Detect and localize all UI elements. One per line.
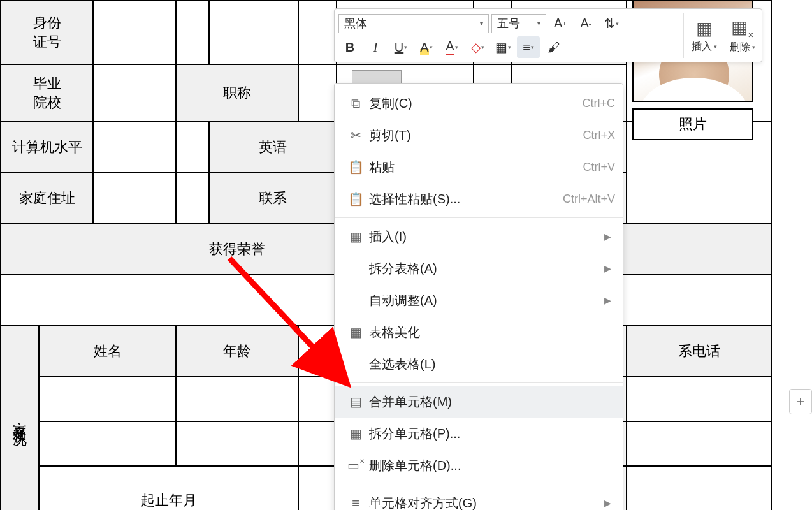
copy-icon: ⧉ [342,96,369,111]
submenu-arrow-icon: ▶ [604,231,615,242]
title-label: 职称 [176,64,298,122]
insert-table-icon: ▦ [696,18,713,39]
delete-group[interactable]: ▦✕ 删除▾ [723,9,762,62]
menu-select-all[interactable]: 全选表格(L) [335,348,623,380]
menu-copy[interactable]: ⧉ 复制(C) Ctrl+C [335,87,623,119]
name-col-label: 姓名 [39,326,176,377]
context-menu: ⧉ 复制(C) Ctrl+C ✂ 剪切(T) Ctrl+X 📋 粘贴 Ctrl+… [334,83,623,510]
delete-cells-icon: ▭✕ [342,458,369,473]
menu-insert[interactable]: ▦ 插入(I) ▶ [335,221,623,252]
insert-icon: ▦ [342,229,369,244]
submenu-arrow-icon: ▶ [604,498,615,508]
increase-font-icon[interactable]: A+ [549,13,572,34]
menu-split-cells[interactable]: ▦ 拆分单元格(P)... [335,418,623,449]
menu-paste-special[interactable]: 📋 选择性粘贴(S)... Ctrl+Alt+V [335,183,623,215]
english-label: 英语 [209,122,337,173]
photo-label: 照片 [632,108,753,140]
font-size-selector[interactable]: 五号▾ [491,14,546,33]
font-color-button[interactable]: A▾ [440,36,463,58]
format-painter-button[interactable]: 🖌 [542,36,565,58]
fill-color-button[interactable]: ◇▾ [466,36,489,58]
paste-icon: 📋 [342,159,369,175]
underline-button[interactable]: U▾ [389,36,412,58]
paste-special-icon: 📋 [342,191,369,207]
grad-school-label: 毕业 院校 [1,64,93,122]
menu-delete-cells[interactable]: ▭✕ 删除单元格(D)... [335,449,623,481]
menu-paste[interactable]: 📋 粘贴 Ctrl+V [335,151,623,183]
id-label: 身份 证号 [1,1,93,64]
contact-label: 联系 [209,173,337,224]
split-cells-icon: ▦ [342,426,369,441]
age-col-label: 年龄 [176,326,298,377]
phone-col-label: 系电话 [627,326,772,377]
beautify-icon: ▦ [342,324,369,340]
address-label: 家庭住址 [1,173,93,224]
font-name-selector[interactable]: 黑体▾ [338,14,489,33]
line-spacing-icon[interactable]: ⇅▾ [600,13,623,34]
menu-beautify[interactable]: ▦ 表格美化 [335,316,623,348]
delete-table-icon: ▦✕ [731,17,754,40]
decrease-font-icon[interactable]: A- [574,13,597,34]
submenu-arrow-icon: ▶ [604,263,615,273]
menu-split-table[interactable]: 拆分表格(A) ▶ [335,252,623,284]
formatting-toolbar: 黑体▾ 五号▾ A+ A- ⇅▾ B I U▾ A▾ A▾ ◇▾ ▦▾ ≡▾ 🖌… [334,8,762,62]
cut-icon: ✂ [342,127,369,143]
borders-button[interactable]: ▦▾ [491,36,514,58]
computer-level-label: 计算机水平 [1,122,93,173]
italic-button[interactable]: I [364,36,387,58]
submenu-arrow-icon: ▶ [604,295,615,305]
menu-auto-fit[interactable]: 自动调整(A) ▶ [335,284,623,316]
merge-cells-icon: ▤ [342,394,369,409]
align-icon: ≡ [342,496,369,511]
insert-group[interactable]: ▦ 插入▾ [685,9,723,62]
add-button[interactable]: + [789,389,812,414]
menu-merge-cells[interactable]: ▤ 合并单元格(M) [335,386,623,418]
bold-button[interactable]: B [338,36,361,58]
menu-cell-align[interactable]: ≡ 单元格对齐方式(G) ▶ [335,487,623,510]
highlight-button[interactable]: A▾ [415,36,438,58]
family-status-label: 家庭状况 [1,326,39,510]
menu-cut[interactable]: ✂ 剪切(T) Ctrl+X [335,119,623,151]
align-button[interactable]: ≡▾ [517,36,540,58]
start-end-label: 起止年月 [39,466,298,510]
